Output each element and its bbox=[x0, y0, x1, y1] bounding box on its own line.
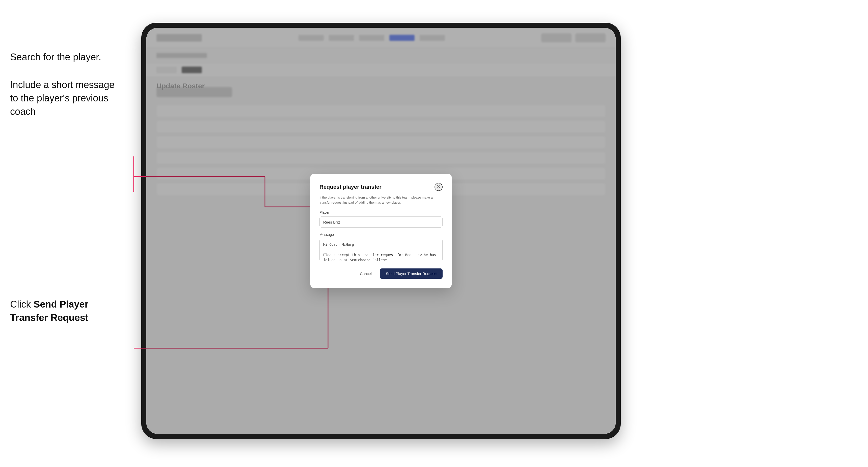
modal-header: Request player transfer ✕ bbox=[319, 183, 442, 191]
annotation-click: Click Send PlayerTransfer Request bbox=[10, 298, 111, 324]
modal-footer: Cancel Send Player Transfer Request bbox=[319, 269, 442, 279]
modal-description: If the player is transferring from anoth… bbox=[319, 195, 442, 205]
player-input[interactable] bbox=[319, 216, 442, 227]
message-textarea[interactable]: Hi Coach McHarg, Please accept this tran… bbox=[319, 239, 442, 261]
message-label: Message bbox=[319, 232, 442, 237]
player-label: Player bbox=[319, 210, 442, 214]
modal-close-button[interactable]: ✕ bbox=[434, 183, 442, 191]
tablet-device: Update Roster Request player transfer ✕ … bbox=[141, 23, 621, 439]
annotation-message: Include a short messageto the player's p… bbox=[10, 78, 131, 119]
tablet-outer: Update Roster Request player transfer ✕ … bbox=[141, 23, 621, 439]
request-player-transfer-modal: Request player transfer ✕ If the player … bbox=[310, 174, 452, 288]
modal-title: Request player transfer bbox=[319, 184, 381, 190]
tablet-inner: Update Roster Request player transfer ✕ … bbox=[146, 28, 616, 434]
annotation-click-bold: Send PlayerTransfer Request bbox=[10, 299, 88, 323]
cancel-button[interactable]: Cancel bbox=[355, 269, 376, 278]
modal-overlay: Request player transfer ✕ If the player … bbox=[146, 28, 616, 434]
tablet-screen: Update Roster Request player transfer ✕ … bbox=[146, 28, 616, 434]
send-transfer-request-button[interactable]: Send Player Transfer Request bbox=[380, 269, 442, 279]
annotation-search: Search for the player. bbox=[10, 51, 101, 64]
